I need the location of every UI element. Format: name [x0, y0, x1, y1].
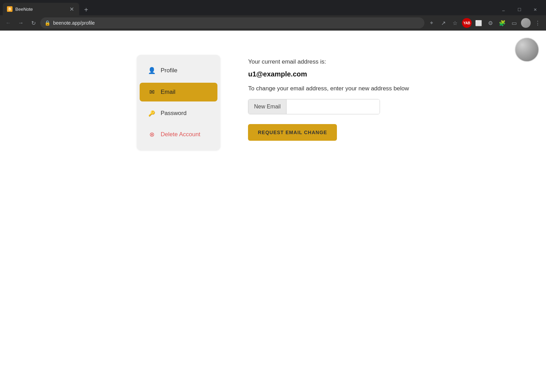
window-controls: ⎽ ☐ ✕	[493, 4, 546, 15]
main-content: Your current email address is: u1@exampl…	[248, 55, 409, 141]
delete-icon: ⊗	[148, 131, 156, 138]
email-description-text: Your current email address is:	[248, 58, 409, 65]
sidebar-profile-label: Profile	[160, 67, 177, 74]
profile-avatar	[521, 18, 531, 28]
yab-extension[interactable]: YAB	[461, 17, 472, 28]
profile-icon[interactable]	[520, 17, 531, 28]
sidebar: 👤 Profile ✉ Email 🔑 Password ⊗ Delete Ac…	[137, 55, 220, 150]
request-email-change-button[interactable]: REQUEST EMAIL CHANGE	[248, 124, 337, 141]
email-icon: ✉	[148, 88, 156, 96]
url-text: beenote.app/profile	[53, 20, 420, 26]
profile-icon: 👤	[148, 67, 156, 74]
sidebar-email-label: Email	[160, 89, 175, 96]
bookmark-icon[interactable]: ☆	[449, 17, 461, 28]
more-menu-button[interactable]: ⋮	[532, 17, 543, 28]
maximize-button[interactable]: ☐	[511, 4, 527, 15]
new-email-label: New Email	[248, 99, 286, 114]
address-bar[interactable]: 🔒 beenote.app/profile	[40, 17, 424, 28]
split-icon[interactable]: ▭	[508, 17, 520, 28]
new-email-input-wrapper: New Email	[248, 99, 380, 114]
close-button[interactable]: ✕	[527, 4, 543, 15]
share-icon[interactable]: ↗	[438, 17, 449, 28]
sidebar-item-profile[interactable]: 👤 Profile	[140, 61, 217, 80]
lock-icon: 🔒	[44, 20, 50, 26]
user-avatar-corner	[515, 38, 539, 62]
new-tab-button[interactable]: +	[81, 4, 92, 15]
forward-button[interactable]: →	[15, 17, 26, 28]
sidebar-item-email[interactable]: ✉ Email	[140, 83, 217, 101]
new-email-field[interactable]	[287, 99, 380, 114]
page-inner: 👤 Profile ✉ Email 🔑 Password ⊗ Delete Ac…	[137, 55, 409, 150]
yab-icon: YAB	[462, 18, 472, 28]
tab-close-button[interactable]: ✕	[68, 6, 75, 13]
toolbar-icons: ⌖ ↗ ☆ YAB ⬜ ⚙ 🧩 ▭ ⋮	[426, 17, 543, 28]
tab-bar: B BeeNote ✕ + ⎽ ☐ ✕	[0, 0, 546, 15]
change-description-text: To change your email address, enter your…	[248, 85, 409, 92]
sidebar-delete-label: Delete Account	[160, 131, 200, 138]
settings-icon[interactable]: ⚙	[485, 17, 496, 28]
tab-title: BeeNote	[15, 7, 65, 12]
browser-chrome: B BeeNote ✕ + ⎽ ☐ ✕ ← → ↻ 🔒 beenote.app/…	[0, 0, 546, 31]
user-avatar-image	[515, 38, 538, 62]
extensions-icon[interactable]: 🧩	[497, 17, 508, 28]
browser-window: B BeeNote ✕ + ⎽ ☐ ✕ ← → ↻ 🔒 beenote.app/…	[0, 0, 546, 392]
nav-bar: ← → ↻ 🔒 beenote.app/profile ⌖ ↗ ☆ YAB ⬜ …	[0, 15, 546, 31]
back-button[interactable]: ←	[3, 17, 14, 28]
sidebar-item-password[interactable]: 🔑 Password	[140, 104, 217, 122]
active-tab[interactable]: B BeeNote ✕	[3, 3, 79, 15]
password-icon: 🔑	[148, 110, 156, 117]
page-content: 👤 Profile ✉ Email 🔑 Password ⊗ Delete Ac…	[0, 31, 546, 392]
cast-icon[interactable]: ⌖	[426, 17, 437, 28]
tab-favicon: B	[7, 6, 13, 12]
sidebar-item-delete-account[interactable]: ⊗ Delete Account	[140, 125, 217, 144]
sidebar-password-label: Password	[160, 110, 187, 117]
minimize-button[interactable]: ⎽	[495, 4, 511, 15]
reload-button[interactable]: ↻	[28, 17, 39, 28]
extension-icon-2[interactable]: ⬜	[473, 17, 484, 28]
current-email-display: u1@example.com	[248, 70, 409, 78]
